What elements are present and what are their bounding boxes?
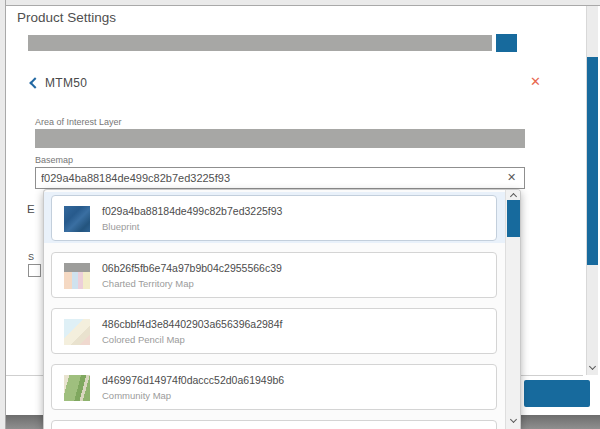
blueprint-thumbnail (64, 206, 90, 232)
dropdown-scrollbar[interactable] (505, 190, 520, 429)
basemap-option-colored-pencil[interactable]: 486cbbf4d3e84402903a656396a2984f Colored… (51, 308, 497, 354)
basemap-option-id: d469976d14974f0daccc52d0a61949b6 (102, 374, 284, 386)
basemap-option-id: f029a4ba88184de499c82b7ed3225f93 (102, 205, 282, 217)
back-chevron-icon[interactable] (29, 77, 40, 88)
charted-territory-thumbnail (64, 263, 90, 289)
window-scrollbar[interactable] (586, 6, 598, 375)
basemap-option-community[interactable]: d469976d14974f0daccc52d0a61949b6 Communi… (51, 364, 497, 410)
scroll-up-icon[interactable] (510, 193, 517, 200)
basemap-label: Basemap (35, 155, 73, 165)
basemap-dropdown: f029a4ba88184de499c82b7ed3225f93 Bluepri… (43, 189, 521, 429)
redacted-horizontal-bar (28, 35, 492, 51)
obscured-checkbox[interactable] (28, 264, 41, 277)
basemap-option-partial[interactable] (51, 420, 497, 429)
basemap-option-name: Community Map (102, 390, 171, 401)
page-title: Product Settings (17, 10, 116, 25)
basemap-option-blueprint[interactable]: f029a4ba88184de499c82b7ed3225f93 Bluepri… (51, 195, 497, 241)
window-frame-left (0, 0, 6, 429)
clear-input-icon[interactable]: ✕ (507, 171, 516, 184)
scroll-down-icon[interactable] (510, 416, 517, 423)
back-button-label[interactable]: MTM50 (45, 76, 87, 90)
basemap-option-charted-territory[interactable]: 06b26f5fb6e74a97b9b04c2955566c39 Charted… (51, 252, 497, 298)
window-scrollbar-thumb[interactable] (587, 57, 598, 265)
colored-pencil-thumbnail (64, 319, 90, 345)
primary-action-button[interactable] (524, 380, 590, 407)
basemap-option-name: Charted Territory Map (102, 278, 194, 289)
basemap-input[interactable] (35, 167, 525, 189)
basemap-option-name: Blueprint (102, 221, 140, 232)
window-frame-top (0, 0, 600, 6)
basemap-option-name: Colored Pencil Map (102, 334, 185, 345)
close-icon[interactable]: ✕ (530, 74, 541, 89)
area-of-interest-input[interactable] (35, 129, 525, 148)
scroll-down-icon[interactable] (589, 363, 596, 370)
dropdown-scrollbar-thumb[interactable] (507, 200, 520, 237)
community-map-thumbnail (64, 375, 90, 401)
obscured-label-s: S (28, 252, 34, 262)
basemap-option-id: 06b26f5fb6e74a97b9b04c2955566c39 (102, 262, 282, 274)
horizontal-bar-handle[interactable] (496, 34, 517, 52)
obscured-label-e: E (27, 203, 35, 215)
basemap-option-id: 486cbbf4d3e84402903a656396a2984f (102, 318, 282, 330)
area-of-interest-label: Area of Interest Layer (35, 117, 122, 127)
